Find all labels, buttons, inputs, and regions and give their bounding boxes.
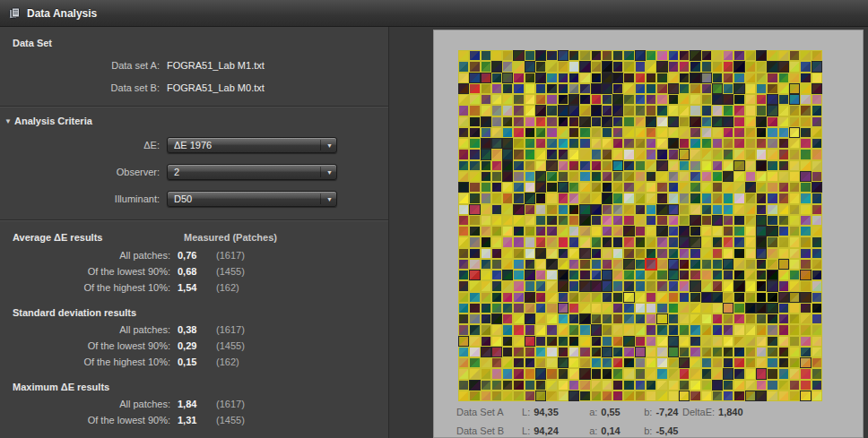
patch-cell[interactable] [690,259,700,270]
patch-cell[interactable] [491,357,502,368]
patch-cell[interactable] [789,116,800,127]
patch-cell[interactable] [789,270,800,280]
patch-cell[interactable] [502,368,513,379]
patch-cell[interactable] [800,50,811,61]
patch-cell[interactable] [690,160,700,171]
patch-cell[interactable] [558,50,569,61]
patch-cell[interactable] [733,171,744,182]
patch-cell[interactable] [646,236,656,247]
patch-cell[interactable] [690,368,700,379]
patch-cell[interactable] [712,83,723,94]
patch-cell[interactable] [602,368,612,379]
patch-cell[interactable] [635,303,646,313]
patch-cell[interactable] [546,347,557,357]
patch-cell[interactable] [767,61,777,72]
patch-cell[interactable] [491,280,502,291]
patch-cell[interactable] [569,138,579,149]
patch-cell[interactable] [513,259,524,270]
patch-cell[interactable] [712,324,723,335]
patch-cell[interactable] [535,259,546,270]
patch-cell[interactable] [569,127,579,138]
patch-cell[interactable] [812,160,822,171]
patch-cell[interactable] [481,270,491,280]
patch-cell[interactable] [623,226,634,236]
patch-cell[interactable] [612,61,623,72]
patch-cell[interactable] [812,226,822,236]
patch-cell[interactable] [701,259,712,270]
patch-cell[interactable] [789,215,800,226]
patch-cell[interactable] [812,73,822,83]
patch-cell[interactable] [778,127,789,138]
patch-cell[interactable] [535,204,546,215]
patch-cell[interactable] [789,357,800,368]
patch-cell[interactable] [591,280,602,291]
patch-cell[interactable] [469,380,480,391]
patch-cell[interactable] [502,204,513,215]
patch-cell[interactable] [745,204,756,215]
patch-cell[interactable] [502,73,513,83]
patch-cell[interactable] [579,215,590,226]
patch-cell[interactable] [789,380,800,391]
patch-cell[interactable] [558,105,569,116]
patch-cell[interactable] [458,357,469,368]
patch-cell[interactable] [602,336,612,347]
patch-cell[interactable] [591,138,602,149]
patch-cell[interactable] [723,380,733,391]
patch-cell[interactable] [701,149,712,159]
patch-cell[interactable] [723,160,733,171]
patch-cell[interactable] [745,248,756,259]
patch-cell[interactable] [525,73,535,83]
patch-cell[interactable] [558,215,569,226]
patch-cell[interactable] [646,105,656,116]
patch-cell[interactable] [491,226,502,236]
patch-cell[interactable] [733,248,744,259]
patch-cell[interactable] [469,94,480,105]
patch-cell[interactable] [789,368,800,379]
delta-e-dropdown[interactable]: ΔE 1976 ▼ [167,137,337,153]
patch-cell[interactable] [623,303,634,313]
patch-cell[interactable] [812,215,822,226]
patch-cell[interactable] [745,292,756,303]
patch-cell[interactable] [502,236,513,247]
patch-cell[interactable] [579,259,590,270]
patch-cell[interactable] [502,215,513,226]
patch-cell[interactable] [458,83,469,94]
patch-cell[interactable] [756,292,767,303]
patch-cell[interactable] [569,50,579,61]
patch-cell[interactable] [591,368,602,379]
patch-cell[interactable] [623,391,634,401]
patch-cell[interactable] [591,193,602,203]
patch-cell[interactable] [591,105,602,116]
patch-cell[interactable] [690,105,700,116]
patch-cell[interactable] [481,357,491,368]
patch-cell[interactable] [767,292,777,303]
patch-cell[interactable] [612,391,623,401]
observer-dropdown[interactable]: 2 ▼ [167,164,337,180]
patch-cell[interactable] [481,50,491,61]
patch-cell[interactable] [535,336,546,347]
patch-cell[interactable] [623,270,634,280]
patch-cell[interactable] [469,127,480,138]
patch-cell[interactable] [723,303,733,313]
patch-cell[interactable] [525,160,535,171]
patch-cell[interactable] [502,83,513,94]
patch-cell[interactable] [756,171,767,182]
patch-cell[interactable] [789,236,800,247]
patch-cell[interactable] [723,391,733,401]
patch-cell[interactable] [602,138,612,149]
patch-cell[interactable] [679,259,690,270]
patch-cell[interactable] [756,324,767,335]
patch-cell[interactable] [623,94,634,105]
patch-cell[interactable] [789,336,800,347]
patch-cell[interactable] [812,138,822,149]
patch-cell[interactable] [733,204,744,215]
patch-cell[interactable] [679,204,690,215]
patch-cell[interactable] [778,83,789,94]
patch-cell[interactable] [712,357,723,368]
patch-cell[interactable] [800,215,811,226]
patch-cell[interactable] [733,368,744,379]
patch-cell[interactable] [513,270,524,280]
patch-cell[interactable] [579,270,590,280]
patch-cell[interactable] [602,236,612,247]
patch-cell[interactable] [502,248,513,259]
